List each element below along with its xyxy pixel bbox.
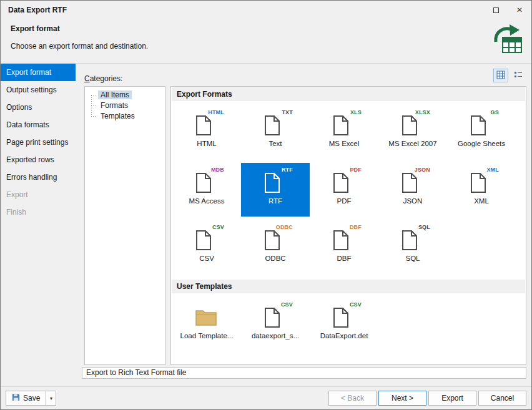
close-button[interactable]: ✕ bbox=[508, 1, 531, 19]
tree-item-templates[interactable]: Templates bbox=[85, 111, 165, 122]
tile-label: Load Template... bbox=[180, 332, 234, 340]
maximize-button[interactable] bbox=[484, 1, 508, 19]
sidebar-item-export-format[interactable]: Export format bbox=[1, 64, 76, 81]
wizard-header: Export format Choose an export format an… bbox=[1, 19, 531, 64]
rtf-file-icon: RTF bbox=[257, 167, 293, 195]
chevron-down-icon: ▼ bbox=[49, 396, 53, 401]
tile-label: MS Excel 2007 bbox=[388, 140, 436, 148]
dataexport-det-file-icon: CSV bbox=[326, 301, 362, 330]
tile-label: MS Excel bbox=[329, 140, 360, 148]
tree-item-label: All Items bbox=[98, 90, 132, 99]
window-controls: ✕ bbox=[484, 1, 531, 19]
save-icon bbox=[12, 393, 20, 403]
sidebar-item-page-print-settings[interactable]: Page print settings bbox=[1, 134, 76, 151]
tile-label: Google Sheets bbox=[458, 140, 505, 148]
categories-label: Categories: bbox=[84, 74, 122, 83]
tile-label: ODBC bbox=[265, 255, 285, 263]
page-title: Export format bbox=[11, 24, 60, 33]
sql-file-icon: SQL bbox=[395, 224, 431, 253]
tile-label: MS Access bbox=[189, 197, 225, 205]
sidebar-item-export: Export bbox=[1, 186, 76, 203]
template-tile-dataexport-s[interactable]: CSVdataexport_s... bbox=[241, 298, 310, 351]
footer: Save ▼ < Back Next > Export Cancel bbox=[1, 386, 531, 409]
sidebar-item-output-settings[interactable]: Output settings bbox=[1, 81, 76, 99]
tile-label: RTF bbox=[268, 197, 282, 205]
ms-excel-2007-file-icon: XLSX bbox=[395, 109, 431, 138]
main-area: Categories: bbox=[76, 64, 531, 386]
template-tile-dataexport-det[interactable]: CSVDataExport.det bbox=[310, 298, 378, 351]
sidebar-item-finish: Finish bbox=[1, 203, 76, 221]
tile-label: Text bbox=[268, 140, 282, 148]
format-tile-rtf[interactable]: RTFRTF bbox=[241, 163, 310, 217]
dialog-window: Data Export RTF ✕ Export format Choose a… bbox=[0, 0, 532, 410]
sidebar-item-exported-rows[interactable]: Exported rows bbox=[1, 151, 76, 168]
tree-item-label: Formats bbox=[98, 101, 131, 110]
load-template-folder-icon bbox=[189, 301, 225, 330]
ms-excel-file-icon: XLS bbox=[326, 109, 362, 138]
tile-label: DBF bbox=[337, 255, 352, 263]
template-tile-load-template[interactable]: Load Template... bbox=[172, 298, 241, 351]
format-tile-html[interactable]: HTMLHTML bbox=[172, 105, 241, 159]
save-split-button: Save ▼ bbox=[6, 391, 56, 406]
format-tile-sql[interactable]: SQLSQL bbox=[378, 220, 447, 274]
sidebar-item-data-formats[interactable]: Data formats bbox=[1, 116, 76, 134]
dbf-file-icon: DBF bbox=[326, 224, 362, 253]
export-formats-grid: HTMLHTMLTXTTextXLSMS ExcelXLSXMS Excel 2… bbox=[171, 102, 526, 279]
html-file-icon: HTML bbox=[189, 109, 225, 138]
format-tile-xml[interactable]: XMLXML bbox=[447, 163, 516, 217]
tile-label: CSV bbox=[199, 255, 214, 263]
tile-label: JSON bbox=[403, 197, 423, 205]
user-templates-group-header: User Templates bbox=[172, 280, 525, 293]
sidebar: Export formatOutput settingsOptionsData … bbox=[1, 64, 76, 386]
cancel-button[interactable]: Cancel bbox=[478, 391, 526, 406]
tile-label: dataexport_s... bbox=[252, 332, 299, 340]
save-label: Save bbox=[23, 394, 40, 403]
save-button[interactable]: Save bbox=[6, 391, 46, 405]
titlebar: Data Export RTF ✕ bbox=[1, 1, 531, 19]
user-templates-group-title: User Templates bbox=[177, 282, 232, 291]
format-tile-text[interactable]: TXTText bbox=[241, 105, 310, 159]
ms-access-file-icon: MDB bbox=[189, 167, 225, 195]
tree-item-label: Templates bbox=[98, 112, 137, 120]
format-tile-csv[interactable]: CSVCSV bbox=[172, 220, 241, 274]
sidebar-item-options[interactable]: Options bbox=[1, 99, 76, 116]
back-button: < Back bbox=[328, 391, 377, 406]
odbc-file-icon: ODBC bbox=[257, 224, 293, 253]
close-icon: ✕ bbox=[516, 6, 523, 14]
view-mode-toolbar bbox=[493, 69, 526, 82]
tree-item-formats[interactable]: Formats bbox=[85, 100, 165, 111]
export-button[interactable]: Export bbox=[428, 391, 476, 406]
format-tile-google-sheets[interactable]: GSGoogle Sheets bbox=[447, 105, 516, 159]
save-dropdown-button[interactable]: ▼ bbox=[46, 391, 56, 405]
format-tile-ms-excel[interactable]: XLSMS Excel bbox=[310, 105, 378, 159]
format-tile-pdf[interactable]: PDFPDF bbox=[310, 163, 378, 217]
format-tile-json[interactable]: JSONJSON bbox=[378, 163, 447, 217]
json-file-icon: JSON bbox=[395, 167, 431, 195]
formats-panel: Export Formats HTMLHTMLTXTTextXLSMS Exce… bbox=[170, 86, 526, 365]
tile-label: XML bbox=[474, 197, 489, 205]
categories-tree: All ItemsFormatsTemplates bbox=[84, 86, 165, 365]
format-tile-odbc[interactable]: ODBCODBC bbox=[241, 220, 310, 274]
format-tile-ms-access[interactable]: MDBMS Access bbox=[172, 163, 241, 217]
sidebar-item-errors-handling[interactable]: Errors handling bbox=[1, 168, 76, 186]
export-formats-group-title: Export Formats bbox=[177, 90, 232, 99]
format-tile-ms-excel-2007[interactable]: XLSXMS Excel 2007 bbox=[378, 105, 447, 159]
tile-label: PDF bbox=[337, 197, 352, 205]
next-button[interactable]: Next > bbox=[378, 391, 426, 406]
tile-label: SQL bbox=[405, 255, 420, 263]
list-view-icon bbox=[514, 71, 523, 81]
tile-label: HTML bbox=[197, 140, 216, 148]
export-table-icon bbox=[491, 23, 524, 57]
csv-file-icon: CSV bbox=[189, 224, 225, 253]
grid-view-button[interactable] bbox=[493, 69, 508, 82]
format-tile-dbf[interactable]: DBFDBF bbox=[310, 220, 378, 274]
window-title: Data Export RTF bbox=[8, 6, 67, 14]
pdf-file-icon: PDF bbox=[326, 167, 362, 195]
dataexport-s-file-icon: CSV bbox=[257, 301, 293, 330]
user-templates-grid: Load Template...CSVdataexport_s...CSVDat… bbox=[171, 294, 526, 356]
status-bar: Export to Rich Text Format file bbox=[82, 367, 526, 379]
tree-item-all-items[interactable]: All Items bbox=[85, 90, 165, 100]
maximize-icon bbox=[493, 7, 499, 13]
text-file-icon: TXT bbox=[257, 109, 293, 138]
list-view-button[interactable] bbox=[511, 69, 526, 82]
